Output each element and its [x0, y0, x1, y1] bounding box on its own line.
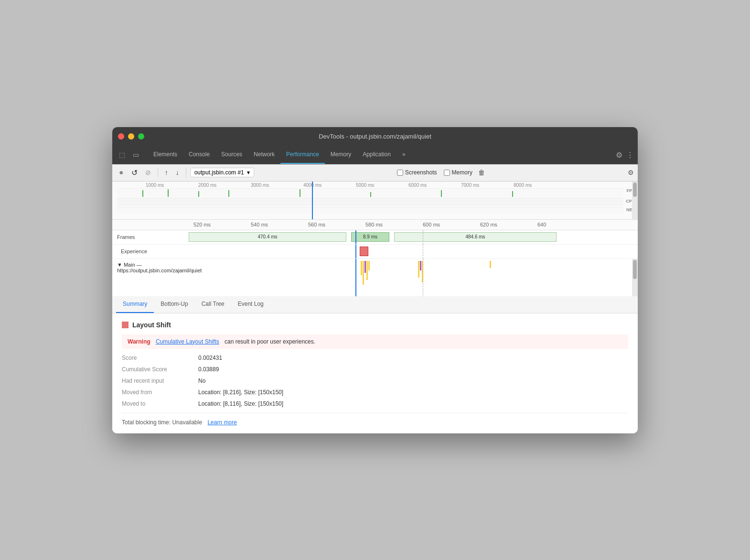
recent-input-label: Had recent input — [122, 377, 198, 384]
cls-link[interactable]: Cumulative Layout Shifts — [156, 338, 219, 345]
main-blue-line — [355, 259, 356, 296]
screenshots-label: Screenshots — [405, 169, 437, 176]
frames-row: Frames 470.4 ms 8.9 ms 484.6 ms — [112, 230, 638, 245]
tab-summary[interactable]: Summary — [116, 296, 154, 313]
moved-to-label: Moved to — [122, 400, 198, 407]
close-button[interactable] — [118, 133, 124, 140]
time-label-3000: 3000 ms — [251, 183, 269, 188]
toolbar: ● ↺ ⊘ ↑ ↓ output.jsbin.com #1 ▾ Screensh… — [112, 164, 638, 182]
inspector-icon[interactable]: ⬚ — [116, 149, 128, 161]
learn-more-link[interactable]: Learn more — [207, 419, 236, 426]
chevron-down-icon: ▾ — [247, 169, 250, 176]
reload-button[interactable]: ↺ — [129, 166, 140, 179]
experience-dashed-line — [423, 245, 423, 258]
record-button[interactable]: ● — [116, 166, 127, 179]
detail-time-620: 620 ms — [480, 222, 497, 227]
timeline-marker-line — [312, 182, 313, 219]
time-label-6000: 6000 ms — [408, 183, 427, 188]
detail-time-640: 640 — [537, 222, 546, 227]
frame-block-2: 8.9 ms — [351, 232, 389, 242]
tab-bar: ⬚ ▭ Elements Console Sources Network Per… — [112, 146, 638, 164]
main-label: ▼ Main — https://output.jsbin.com/zajami… — [112, 259, 189, 273]
tab-bar-left: ⬚ ▭ — [116, 149, 142, 161]
tab-network[interactable]: Network — [248, 146, 280, 164]
bottom-tab-bar: Summary Bottom-Up Call Tree Event Log — [112, 296, 638, 313]
tab-list: Elements Console Sources Network Perform… — [148, 146, 616, 164]
memory-label: Memory — [452, 169, 472, 176]
main-row: ▼ Main — https://output.jsbin.com/zajami… — [112, 259, 638, 296]
detail-time-520: 520 ms — [193, 222, 211, 227]
devtools-window: DevTools - output.jsbin.com/zajamil/quie… — [112, 127, 638, 433]
detail-timeline[interactable]: 520 ms 540 ms 560 ms 580 ms 600 ms 620 m… — [112, 220, 638, 296]
blocking-time-text: Total blocking time: Unavailable — [122, 419, 202, 426]
download-button[interactable]: ↓ — [173, 167, 182, 178]
tab-memory[interactable]: Memory — [325, 146, 357, 164]
memory-checkbox-label[interactable]: Memory — [444, 169, 472, 176]
capture-settings-icon[interactable]: ⚙ — [628, 169, 634, 176]
experience-row: Experience — [112, 245, 638, 259]
moved-from-row: Moved from Location: [8,216], Size: [150… — [122, 389, 628, 396]
screenshots-checkbox-label[interactable]: Screenshots — [397, 169, 437, 176]
frame-block-3: 484.6 ms — [394, 232, 557, 242]
more-icon[interactable]: ⋮ — [626, 151, 634, 160]
fps-bar — [228, 190, 229, 197]
summary-title: Layout Shift — [122, 321, 628, 329]
window-title: DevTools - output.jsbin.com/zajamil/quie… — [319, 133, 431, 140]
fps-bar — [198, 191, 199, 197]
toolbar-divider-2 — [186, 168, 186, 177]
scrollbar-thumb[interactable] — [633, 183, 637, 197]
minimize-button[interactable] — [128, 133, 134, 140]
frame-block-1: 470.4 ms — [189, 232, 346, 242]
upload-button[interactable]: ↑ — [162, 167, 171, 178]
score-value: 0.002431 — [198, 355, 222, 361]
tab-event-log[interactable]: Event Log — [231, 296, 270, 313]
fps-bar — [168, 189, 169, 197]
cumulative-score-row: Cumulative Score 0.03889 — [122, 366, 628, 373]
tab-elements[interactable]: Elements — [148, 146, 183, 164]
detail-time-560: 560 ms — [308, 222, 325, 227]
main-activity-bars-3 — [490, 261, 491, 268]
device-icon[interactable]: ▭ — [130, 149, 142, 161]
timeline-overview[interactable]: 1000 ms 2000 ms 3000 ms 4000 ms 5000 ms … — [112, 182, 638, 220]
tab-call-tree[interactable]: Call Tree — [195, 296, 231, 313]
tab-bottom-up[interactable]: Bottom-Up — [154, 296, 194, 313]
warning-prefix: Warning — [128, 338, 150, 345]
moved-to-row: Moved to Location: [8,116], Size: [150x1… — [122, 400, 628, 407]
traffic-lights — [118, 133, 144, 140]
tab-application[interactable]: Application — [357, 146, 396, 164]
stop-button[interactable]: ⊘ — [142, 167, 154, 178]
main-activity-bars — [361, 261, 370, 294]
settings-icon[interactable]: ⚙ — [616, 151, 622, 160]
fps-bar — [142, 190, 143, 197]
layout-shift-block — [360, 247, 368, 256]
time-label-7000: 7000 ms — [461, 183, 479, 188]
tab-console[interactable]: Console — [183, 146, 215, 164]
time-label-5000: 5000 ms — [356, 183, 374, 188]
target-dropdown[interactable]: output.jsbin.com #1 ▾ — [190, 168, 254, 177]
tab-more[interactable]: » — [396, 146, 411, 164]
score-label: Score — [122, 355, 198, 361]
timeline-scrollbar[interactable] — [632, 182, 638, 219]
layout-shift-icon — [122, 322, 129, 328]
dropdown-text: output.jsbin.com #1 — [194, 169, 244, 176]
title-bar: DevTools - output.jsbin.com/zajamil/quie… — [112, 127, 638, 146]
detail-time-600: 600 ms — [423, 222, 440, 227]
clear-button[interactable]: 🗑 — [478, 169, 485, 176]
time-label-1000: 1000 ms — [146, 183, 164, 188]
detail-scrollbar-thumb[interactable] — [633, 260, 637, 279]
detail-scrollbar[interactable] — [632, 259, 638, 296]
warning-suffix: can result in poor user experiences. — [225, 338, 315, 345]
time-label-2000: 2000 ms — [198, 183, 216, 188]
screenshots-checkbox[interactable] — [397, 170, 403, 176]
frame-dashed-line — [423, 230, 423, 244]
memory-checkbox[interactable] — [444, 170, 450, 176]
tab-bar-right: ⚙ ⋮ — [616, 151, 634, 160]
tab-sources[interactable]: Sources — [215, 146, 248, 164]
tab-performance[interactable]: Performance — [280, 146, 325, 164]
main-dashed-line — [423, 259, 423, 296]
detail-time-580: 580 ms — [365, 222, 383, 227]
recent-input-row: Had recent input No — [122, 377, 628, 384]
frame-blue-line — [355, 230, 356, 244]
maximize-button[interactable] — [138, 133, 144, 140]
moved-to-value: Location: [8,116], Size: [150x150] — [198, 400, 283, 407]
